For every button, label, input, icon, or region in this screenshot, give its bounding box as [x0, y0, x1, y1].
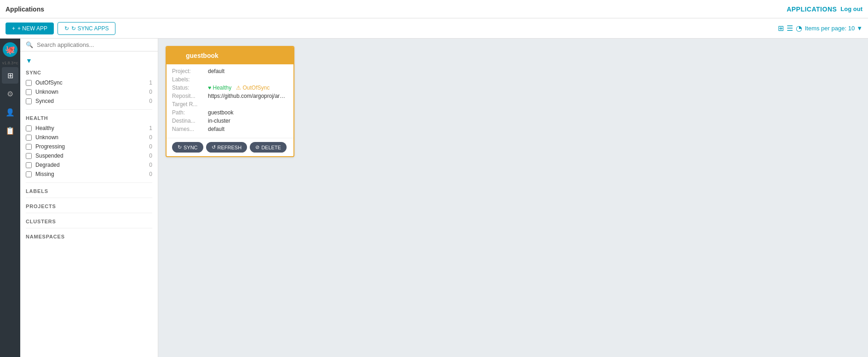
- clock-view-icon[interactable]: ◔: [796, 24, 802, 33]
- app-card-namespace-row: Names... default: [172, 126, 288, 132]
- sync-btn-icon: ↻: [178, 144, 182, 150]
- app-card-reposit-row: Reposit... https://github.com/argoproj/a…: [172, 93, 288, 99]
- new-app-label: + NEW APP: [17, 25, 47, 32]
- app-card-header: guestbook: [167, 47, 293, 64]
- toolbar-left: + + NEW APP ↻ ↻ SYNC APPS: [6, 22, 115, 35]
- health-filter-row: Healthy 1: [26, 124, 152, 133]
- app-card-destination-row: Destina... in-cluster: [172, 118, 288, 124]
- sync-filter-row: Unknown 0: [26, 87, 152, 96]
- health-filter-row: Suspended 0: [26, 151, 152, 160]
- app-card-project-row: Project: default: [172, 68, 288, 74]
- status-label: Status:: [172, 85, 204, 91]
- refresh-button[interactable]: ↺ REFRESH: [206, 142, 247, 153]
- sync-filter-count-synced: 0: [143, 98, 152, 104]
- diamond-icon: [171, 50, 183, 61]
- status-value: ♥ Healthy ⚠ OutOfSync: [208, 85, 288, 91]
- health-checkbox-progressing[interactable]: [26, 144, 32, 150]
- sync-health-divider: [26, 109, 152, 110]
- app-card-header-icon: [172, 51, 182, 61]
- health-filter-row: Missing 0: [26, 170, 152, 179]
- search-icon: 🔍: [26, 41, 33, 48]
- labels-value: [208, 76, 288, 83]
- health-checkbox-healthy[interactable]: [26, 125, 32, 131]
- sync-button[interactable]: ↻ SYNC: [172, 142, 203, 153]
- health-checkbox-unknown[interactable]: [26, 135, 32, 141]
- search-input[interactable]: [37, 41, 152, 48]
- items-per-page-chevron: ▼: [857, 25, 862, 32]
- app-card-title: guestbook: [186, 52, 218, 59]
- sync-btn-label: SYNC: [184, 145, 198, 150]
- reposit-value: https://github.com/argoproj/argocd-e...: [208, 93, 288, 99]
- sync-filter-label-unknown: Unknown: [35, 89, 139, 95]
- status-healthy-icon: ♥: [208, 85, 211, 91]
- top-nav: Applications APPLICATIONS Log out: [0, 0, 868, 18]
- destination-value: in-cluster: [208, 118, 288, 124]
- labels-label: Labels:: [172, 76, 204, 83]
- targetr-value: [208, 101, 288, 108]
- top-nav-app-label: APPLICATIONS: [787, 6, 837, 13]
- namespace-label: Names...: [172, 126, 204, 132]
- status-outofsync-label: OutOfSync: [243, 85, 270, 91]
- health-filter-label-degraded: Degraded: [35, 162, 139, 168]
- labels-projects-divider: [26, 198, 152, 198]
- targetr-label: Target R...: [172, 101, 204, 108]
- logout-button[interactable]: Log out: [840, 6, 862, 12]
- health-filter-count-unknown: 0: [143, 134, 152, 141]
- main-layout: 🐙 v1.8.3+c ⊞ ⚙ 👤 📋 🔍 ▼ SYNC OutOfSync 1 …: [0, 39, 868, 357]
- sync-filter-count-unknown: 0: [143, 89, 152, 95]
- labels-filter-title: LABELS: [26, 188, 152, 194]
- health-labels-divider: [26, 182, 152, 183]
- sidebar-item-docs[interactable]: 📋: [2, 122, 18, 139]
- sync-filter-title: SYNC: [26, 70, 152, 75]
- sync-apps-button[interactable]: ↻ ↻ SYNC APPS: [57, 22, 115, 35]
- sidebar-item-apps[interactable]: ⊞: [2, 67, 18, 84]
- health-filter-title: HEALTH: [26, 115, 152, 121]
- health-filter-row: Degraded 0: [26, 160, 152, 170]
- sync-icon: ↻: [64, 25, 69, 32]
- namespaces-filter-title: NAMESPACES: [26, 234, 152, 239]
- health-checkbox-missing[interactable]: [26, 171, 32, 177]
- sync-checkbox-outofsync[interactable]: [26, 80, 32, 86]
- health-checkbox-degraded[interactable]: [26, 162, 32, 168]
- new-app-button[interactable]: + + NEW APP: [6, 23, 54, 34]
- sync-checkbox-unknown[interactable]: [26, 89, 32, 95]
- health-filter-label-missing: Missing: [35, 171, 139, 177]
- items-per-page[interactable]: Items per page: 10 ▼: [805, 25, 862, 32]
- delete-button[interactable]: ⊘ DELETE: [250, 142, 287, 153]
- filter-icon: ▼: [26, 57, 32, 64]
- search-bar: 🔍: [20, 39, 158, 51]
- sync-filter-label-outofsync: OutOfSync: [35, 79, 139, 86]
- sync-filter-row: Synced 0: [26, 96, 152, 106]
- sync-checkbox-synced[interactable]: [26, 98, 32, 104]
- health-filter-count-suspended: 0: [143, 153, 152, 159]
- list-view-icon[interactable]: ☰: [787, 24, 793, 33]
- app-version: v1.8.3+c: [2, 61, 18, 65]
- health-filter-count-healthy: 1: [143, 125, 152, 131]
- app-card-actions: ↻ SYNC ↺ REFRESH ⊘ DELETE: [167, 138, 293, 156]
- sidebar-item-settings[interactable]: ⚙: [2, 85, 18, 102]
- health-filter-label-progressing: Progressing: [35, 143, 139, 150]
- health-filter-count-degraded: 0: [143, 162, 152, 168]
- clusters-namespaces-divider: [26, 228, 152, 228]
- sidebar-item-user[interactable]: 👤: [2, 104, 18, 120]
- filter-sidebar: ▼ SYNC OutOfSync 1 Unknown 0 Synced 0 HE…: [20, 51, 158, 248]
- health-filter-count-progressing: 0: [143, 143, 152, 150]
- app-logo: 🐙: [3, 42, 17, 57]
- path-value: guestbook: [208, 109, 288, 116]
- app-card-body: Project: default Labels: Status: ♥ Healt…: [167, 64, 293, 138]
- sync-filter-count-outofsync: 1: [143, 79, 152, 86]
- sync-filter-label-synced: Synced: [35, 98, 139, 104]
- grid-view-icon[interactable]: ⊞: [778, 24, 784, 33]
- health-filter-count-missing: 0: [143, 171, 152, 177]
- status-outofsync-icon: ⚠: [236, 85, 241, 91]
- clusters-filter-title: CLUSTERS: [26, 219, 152, 224]
- app-card-status-row: Status: ♥ Healthy ⚠ OutOfSync: [172, 85, 288, 91]
- health-checkbox-suspended[interactable]: [26, 153, 32, 159]
- projects-clusters-divider: [26, 213, 152, 213]
- health-filters: Healthy 1 Unknown 0 Progressing 0 Suspen…: [26, 124, 152, 179]
- health-filter-row: Unknown 0: [26, 133, 152, 142]
- refresh-btn-label: REFRESH: [218, 145, 242, 150]
- toolbar: + + NEW APP ↻ ↻ SYNC APPS ⊞ ☰ ◔ Items pe…: [0, 18, 868, 39]
- top-nav-right: APPLICATIONS Log out: [787, 6, 862, 13]
- side-nav: 🐙 v1.8.3+c ⊞ ⚙ 👤 📋: [0, 39, 20, 357]
